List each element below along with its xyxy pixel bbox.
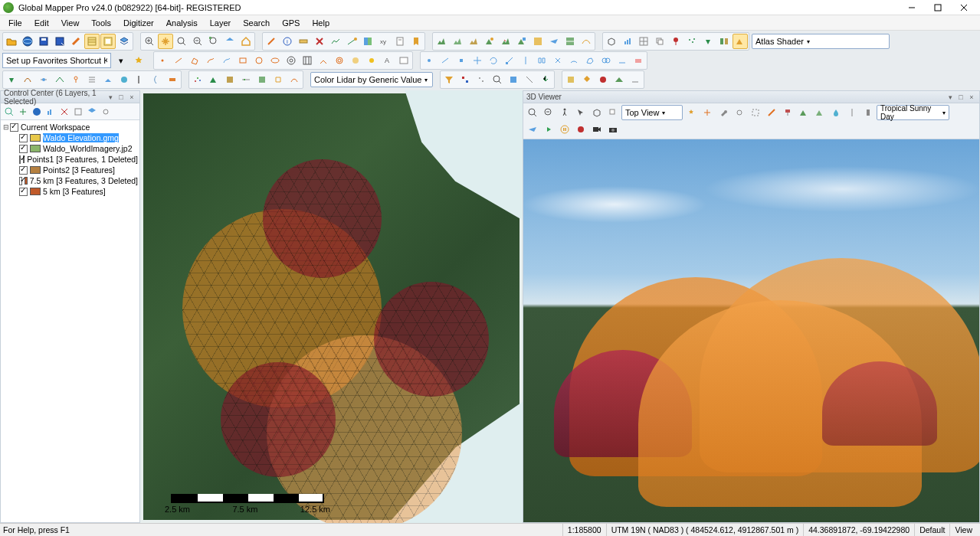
layer-row[interactable]: 5 km [3 Features] — [2, 186, 138, 197]
favorites-dropdown-icon[interactable]: ▾ — [113, 53, 129, 68]
swipe-icon[interactable] — [360, 34, 375, 49]
buffer-icon[interactable] — [348, 53, 363, 68]
maximize-button[interactable] — [925, 0, 951, 15]
menu-edit[interactable]: Edit — [29, 17, 54, 29]
3d-panel-dropdown-icon[interactable]: ▾ — [946, 93, 955, 102]
menu-search[interactable]: Search — [238, 17, 275, 29]
intersect-icon[interactable] — [598, 53, 614, 68]
t3-a-icon[interactable] — [4, 72, 19, 87]
shade-icon[interactable] — [733, 34, 748, 49]
zoom-in-icon[interactable] — [142, 34, 157, 49]
profile-icon[interactable] — [328, 34, 343, 49]
map-view[interactable]: 2.5 km 7.5 km 12.5 km — [140, 90, 523, 523]
zoom-out-icon[interactable] — [190, 34, 205, 49]
3d-pole-icon[interactable] — [844, 105, 860, 120]
los-icon[interactable] — [344, 34, 359, 49]
3d-panel-close-icon[interactable]: × — [967, 93, 976, 102]
coords-icon[interactable]: xy — [376, 34, 392, 49]
select-point-icon[interactable] — [421, 53, 437, 68]
layer-row[interactable]: Points2 [3 Features] — [2, 165, 138, 175]
shader-dropdown[interactable]: Atlas Shader▾ — [752, 34, 890, 49]
rotate-icon[interactable] — [486, 53, 501, 68]
3d-light-icon[interactable] — [860, 105, 876, 120]
pic-icon[interactable] — [396, 53, 411, 68]
root-checkbox[interactable] — [10, 123, 18, 132]
3d-terrain2-icon[interactable] — [812, 105, 828, 120]
cc-add-icon[interactable] — [16, 105, 29, 118]
layer-row[interactable]: Waldo_WorldImagery.jp2 — [2, 143, 138, 154]
pan-icon[interactable] — [158, 34, 173, 49]
cc-stats-icon[interactable] — [44, 105, 57, 118]
r2-icon[interactable] — [579, 72, 595, 87]
3d-copy-icon[interactable] — [605, 105, 621, 120]
layer-row[interactable]: 7.5 km [3 Features, 3 Deleted] — [2, 175, 138, 186]
menu-view[interactable]: View — [56, 17, 85, 29]
gps-marker-icon[interactable] — [668, 34, 683, 49]
cc-globe-icon[interactable] — [30, 105, 43, 118]
3d-star-icon[interactable] — [683, 105, 699, 120]
3d-video-icon[interactable] — [589, 122, 605, 137]
menu-file[interactable]: File — [3, 17, 28, 29]
lidar-color-dropdown[interactable]: Color Lidar by Generic Value▾ — [310, 72, 433, 87]
layer-tree[interactable]: ⊟ Current Workspace Waldo Elevation.gmgW… — [1, 120, 139, 522]
layer-row[interactable]: Waldo Elevation.gmg — [2, 132, 138, 143]
target-icon[interactable] — [284, 53, 299, 68]
layer-checkbox[interactable] — [19, 188, 28, 196]
lidar-g-icon[interactable] — [287, 72, 302, 87]
layer-checkbox[interactable] — [19, 155, 21, 164]
lidar-a-icon[interactable] — [190, 72, 205, 87]
select-line-icon[interactable] — [438, 53, 453, 68]
3d-select-icon[interactable] — [573, 105, 588, 120]
t3-e-icon[interactable] — [68, 72, 84, 87]
control-center-icon[interactable] — [84, 34, 100, 49]
3d-view-dropdown[interactable]: Top View▾ — [621, 105, 683, 120]
close-button[interactable] — [951, 0, 977, 15]
split-icon[interactable] — [518, 53, 533, 68]
draw-line-icon[interactable] — [171, 53, 186, 68]
t3-h-icon[interactable] — [116, 72, 132, 87]
copy-view-icon[interactable] — [652, 34, 667, 49]
t3-d-icon[interactable] — [52, 72, 67, 87]
draw-freehand-icon[interactable] — [203, 53, 218, 68]
select-vertex-icon[interactable] — [454, 53, 469, 68]
terrain6-icon[interactable] — [514, 34, 529, 49]
zoom-extents-icon[interactable] — [206, 34, 221, 49]
draw-ellipse-icon[interactable] — [267, 53, 283, 68]
lidar-tool-icon[interactable] — [684, 34, 700, 49]
globe-icon[interactable] — [20, 34, 35, 49]
delete-icon[interactable] — [312, 34, 327, 49]
grid-draw-icon[interactable] — [300, 53, 315, 68]
fly-icon[interactable] — [546, 34, 562, 49]
3d-terrain-icon[interactable] — [796, 105, 811, 120]
digitize-icon[interactable] — [264, 34, 279, 49]
layer-row[interactable]: Points1 [3 Features, 1 Deleted] — [2, 154, 138, 165]
open-icon[interactable] — [4, 34, 19, 49]
menu-help[interactable]: Help — [306, 17, 335, 29]
map-layout-icon[interactable] — [100, 34, 116, 49]
raster-icon[interactable] — [562, 34, 578, 49]
cc-meta-icon[interactable] — [71, 105, 84, 118]
3d-fly-icon[interactable] — [525, 122, 540, 137]
bookmark-icon[interactable] — [408, 34, 424, 49]
menu-digitizer[interactable]: Digitizer — [118, 17, 159, 29]
cogo-icon[interactable] — [316, 53, 331, 68]
lidar-e-icon[interactable] — [254, 72, 270, 87]
lidar-c-icon[interactable] — [222, 72, 238, 87]
noise-icon[interactable] — [474, 72, 489, 87]
tree-tool-icon[interactable] — [700, 34, 716, 49]
filter-icon[interactable] — [441, 72, 457, 87]
compare-icon[interactable] — [716, 34, 732, 49]
draw-circle-icon[interactable] — [251, 53, 267, 68]
r1-icon[interactable] — [563, 72, 578, 87]
script-icon[interactable] — [392, 34, 408, 49]
t3-k-icon[interactable] — [165, 72, 180, 87]
favorites-input[interactable] — [2, 53, 111, 68]
terrain1-icon[interactable] — [434, 34, 449, 49]
lidar-f-icon[interactable] — [270, 72, 286, 87]
status-default[interactable]: Default — [914, 524, 949, 536]
zoom-tool-icon[interactable] — [174, 34, 189, 49]
measure-icon[interactable] — [296, 34, 311, 49]
t3-i-icon[interactable] — [133, 72, 148, 87]
3d-record-icon[interactable] — [573, 122, 588, 137]
3d-pause-icon[interactable] — [557, 122, 572, 137]
